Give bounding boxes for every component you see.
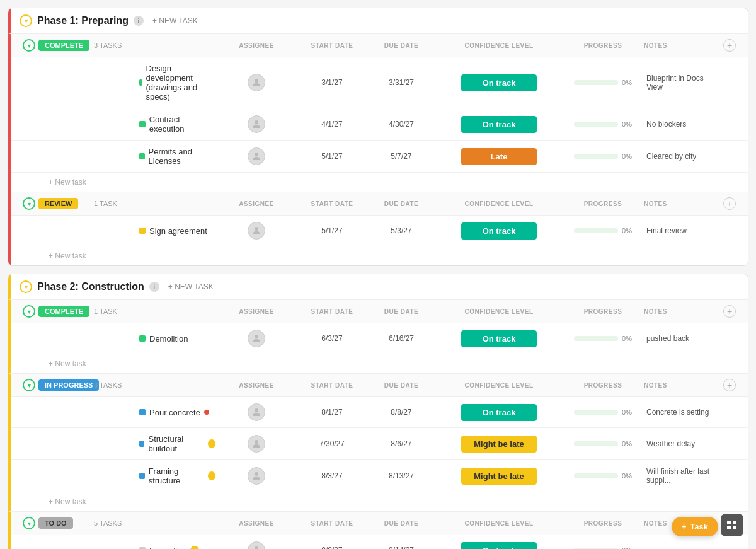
due-date: 8/13/27 bbox=[367, 471, 436, 480]
assignee-cell[interactable] bbox=[215, 115, 297, 133]
section-header: ▾ COMPLETE 1 TASK ASSIGNEE START DATE DU… bbox=[11, 300, 748, 323]
task-name: Structural buildout bbox=[139, 434, 215, 453]
progress-cell: 0% bbox=[562, 153, 644, 160]
due-date: 8/6/27 bbox=[367, 439, 436, 448]
new-task-row[interactable]: + New task bbox=[11, 354, 748, 373]
status-badge: COMPLETE bbox=[38, 306, 89, 317]
assignee-cell[interactable] bbox=[215, 403, 297, 421]
assignee-cell[interactable] bbox=[215, 435, 297, 453]
phase-toggle[interactable]: ▾ bbox=[20, 14, 32, 27]
task-indicator bbox=[139, 409, 146, 415]
new-task-button[interactable]: + NEW TASK bbox=[164, 281, 217, 292]
startdate-col-label: START DATE bbox=[297, 520, 367, 527]
notes-cell: pushed back bbox=[644, 334, 720, 343]
assignee-col-label: ASSIGNEE bbox=[215, 382, 297, 389]
assignee-cell[interactable] bbox=[215, 541, 297, 549]
confidence-badge: On track bbox=[461, 222, 537, 240]
section-toggle[interactable]: ▾ bbox=[20, 305, 38, 318]
duedate-col-label: DUE DATE bbox=[367, 42, 436, 49]
confidence-col-label: CONFIDENCE LEVEL bbox=[436, 382, 562, 389]
duedate-col-label: DUE DATE bbox=[367, 308, 436, 315]
assignee-avatar bbox=[248, 222, 265, 240]
phase-header: ▾ Phase 2: Construction i + NEW TASK bbox=[8, 274, 748, 299]
status-red-dot bbox=[204, 410, 209, 415]
phase-toggle[interactable]: ▾ bbox=[20, 280, 32, 293]
svg-point-8 bbox=[255, 546, 258, 549]
section-p2-inprogress: ▾ IN PROGRESS 3 TASKS ASSIGNEE START DAT… bbox=[8, 373, 748, 511]
new-task-row[interactable]: + New task bbox=[11, 246, 748, 265]
confidence-cell: Might be late bbox=[436, 436, 562, 453]
section-count: 1 TASK bbox=[89, 200, 139, 207]
svg-point-0 bbox=[255, 79, 258, 83]
phase-header: ▾ Phase 1: Preparing i + NEW TASK bbox=[8, 8, 748, 33]
notes-cell: Final review bbox=[644, 226, 720, 235]
task-indicator bbox=[139, 153, 145, 159]
assignee-cell[interactable] bbox=[215, 74, 297, 91]
section-badge-cell: COMPLETE bbox=[38, 40, 89, 51]
svg-point-7 bbox=[255, 472, 258, 476]
section-header: ▾ TO DO 5 TASKS ASSIGNEE START DATE DUE … bbox=[11, 512, 748, 535]
section-badge-cell: TO DO bbox=[38, 517, 89, 529]
progress-cell: 0% bbox=[562, 120, 644, 128]
start-date: 8/9/27 bbox=[297, 546, 367, 549]
start-date: 8/1/27 bbox=[297, 408, 367, 417]
notes-col-label: NOTES bbox=[644, 200, 720, 207]
confidence-cell: Late bbox=[436, 148, 562, 165]
notes-col-label: NOTES bbox=[644, 308, 720, 315]
confidence-cell: On track bbox=[436, 116, 562, 133]
section-toggle[interactable]: ▾ bbox=[20, 517, 38, 529]
status-badge: TO DO bbox=[38, 517, 73, 529]
add-column-btn[interactable]: + bbox=[723, 39, 736, 52]
section-count: 5 TASKS bbox=[89, 519, 139, 527]
section-toggle[interactable]: ▾ bbox=[20, 39, 38, 52]
assignee-avatar bbox=[248, 467, 265, 485]
task-indicator bbox=[139, 441, 144, 447]
add-column-btn[interactable]: + bbox=[723, 379, 736, 391]
assignee-col-label: ASSIGNEE bbox=[215, 42, 297, 49]
assignee-cell[interactable] bbox=[215, 330, 297, 347]
table-row: Inspection 8/9/27 8/14/27 On track 0% – bbox=[11, 535, 748, 549]
confidence-badge: On track bbox=[461, 404, 537, 421]
assignee-avatar bbox=[248, 403, 265, 421]
section-toggle[interactable]: ▾ bbox=[20, 197, 38, 210]
section-header: ▾ REVIEW 1 TASK ASSIGNEE START DATE DUE … bbox=[11, 192, 748, 216]
assignee-cell[interactable] bbox=[215, 222, 297, 240]
section-badge-cell: COMPLETE bbox=[38, 306, 89, 317]
grid-icon bbox=[727, 521, 737, 529]
duedate-col-label: DUE DATE bbox=[367, 520, 436, 527]
assignee-cell[interactable] bbox=[215, 467, 297, 485]
table-row: Demolition 6/3/27 6/16/27 On track 0% pu… bbox=[11, 323, 748, 354]
section-badge-cell: REVIEW bbox=[38, 198, 89, 209]
svg-point-6 bbox=[255, 440, 258, 444]
confidence-badge: Late bbox=[461, 148, 537, 165]
task-name: Inspection bbox=[139, 546, 215, 550]
phase-title: Phase 1: Preparing bbox=[37, 15, 129, 26]
assignee-cell[interactable] bbox=[215, 147, 297, 165]
new-task-row[interactable]: + New task bbox=[11, 173, 748, 192]
assignee-col-label: ASSIGNEE bbox=[215, 520, 297, 527]
confidence-col-label: CONFIDENCE LEVEL bbox=[436, 42, 562, 49]
fab-grid-button[interactable] bbox=[721, 514, 743, 536]
progress-cell: 0% bbox=[562, 408, 644, 416]
svg-point-2 bbox=[255, 153, 258, 156]
confidence-badge: On track bbox=[461, 330, 537, 347]
section-toggle[interactable]: ▾ bbox=[20, 379, 38, 391]
add-column-btn[interactable]: + bbox=[723, 197, 736, 210]
section-p2-complete: ▾ COMPLETE 1 TASK ASSIGNEE START DATE DU… bbox=[8, 299, 748, 373]
svg-point-1 bbox=[255, 120, 258, 124]
task-name: Permits and Licenses bbox=[139, 147, 215, 166]
section-p1-complete: ▾ COMPLETE 3 TASKS ASSIGNEE START DATE D… bbox=[8, 33, 748, 192]
status-badge: REVIEW bbox=[38, 198, 78, 209]
fab-plus-icon: + bbox=[682, 522, 687, 531]
due-date: 8/8/27 bbox=[367, 408, 436, 417]
new-task-button[interactable]: + NEW TASK bbox=[149, 15, 202, 26]
info-icon[interactable]: i bbox=[134, 16, 144, 26]
add-column-btn[interactable]: + bbox=[723, 305, 736, 318]
task-name: Demolition bbox=[139, 334, 215, 344]
section-count: 3 TASKS bbox=[89, 381, 139, 389]
fab-task-button[interactable]: + Task bbox=[672, 517, 718, 536]
new-task-row[interactable]: + New task bbox=[11, 492, 748, 511]
status-yellow-dot bbox=[190, 546, 199, 549]
task-indicator bbox=[139, 121, 146, 127]
info-icon[interactable]: i bbox=[149, 282, 159, 292]
